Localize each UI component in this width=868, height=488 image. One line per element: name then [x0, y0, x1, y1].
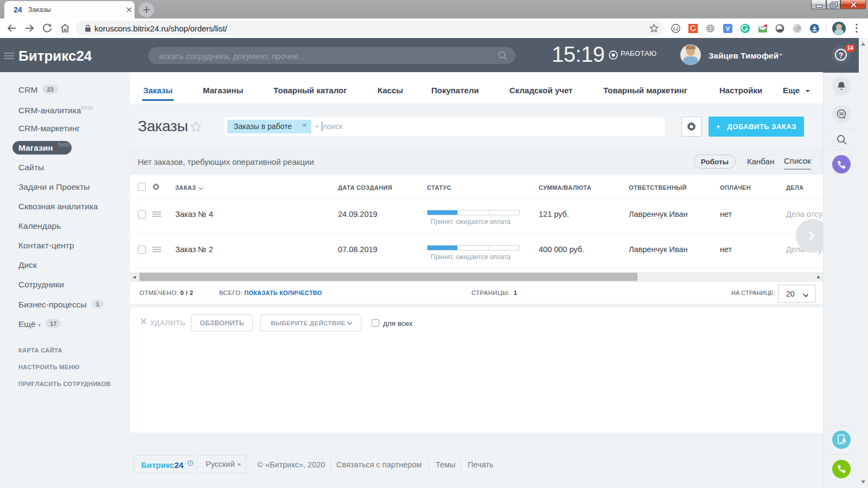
svg-text:{..}: {..} [673, 27, 678, 31]
svg-text:V: V [726, 25, 730, 32]
